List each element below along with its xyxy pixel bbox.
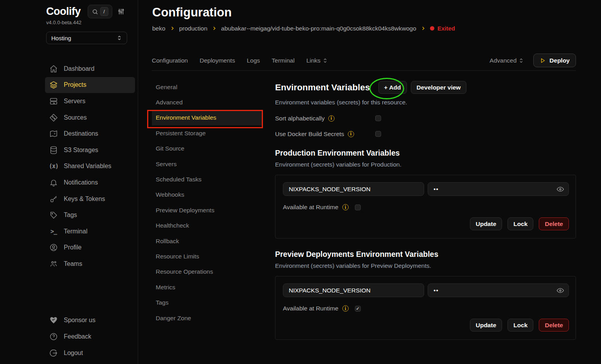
variable-name-input[interactable] bbox=[283, 283, 424, 297]
variable-name-input[interactable] bbox=[283, 182, 424, 196]
sort-alphabetically-row: Sort alphabetically bbox=[275, 115, 576, 122]
subnav-servers[interactable]: Servers bbox=[152, 156, 263, 172]
update-button[interactable]: Update bbox=[470, 319, 502, 332]
bell-icon bbox=[49, 178, 58, 187]
subnav-git-source[interactable]: Git Source bbox=[152, 141, 263, 156]
add-variable-button[interactable]: + Add bbox=[378, 81, 407, 94]
docker-build-secrets-label: Use Docker Build Secrets bbox=[275, 131, 344, 138]
breadcrumb-resource[interactable]: abubakar--meigag/vid-tube-beko-pro:main-… bbox=[221, 25, 416, 32]
sidebar-item-shared-variables[interactable]: (x) Shared Variables bbox=[45, 158, 135, 175]
lock-button[interactable]: Lock bbox=[507, 217, 533, 230]
subnav-environment-variables[interactable]: Environment Variables bbox=[152, 110, 263, 126]
available-at-runtime-checkbox[interactable] bbox=[355, 306, 361, 312]
map-icon bbox=[49, 129, 58, 138]
home-icon bbox=[49, 65, 58, 73]
sidebar-item-servers[interactable]: Servers bbox=[45, 93, 135, 109]
subnav-resource-limits[interactable]: Resource Limits bbox=[152, 249, 263, 264]
section-subtitle: Environment variables (secrets) for this… bbox=[275, 99, 576, 106]
info-icon[interactable] bbox=[342, 305, 349, 312]
terminal-icon: >_ bbox=[49, 227, 58, 236]
sidebar-item-tags[interactable]: Tags bbox=[45, 207, 135, 223]
advanced-dropdown[interactable]: Advanced bbox=[489, 57, 524, 64]
layers-icon bbox=[49, 81, 58, 89]
sidebar-item-terminal[interactable]: >_ Terminal bbox=[45, 223, 135, 240]
preview-variable-card: Available at Runtime Update Lock Delete bbox=[275, 276, 576, 340]
subnav-resource-operations[interactable]: Resource Operations bbox=[152, 264, 263, 280]
deploy-button[interactable]: Deploy bbox=[533, 54, 576, 67]
search-button[interactable]: / bbox=[88, 5, 112, 18]
production-section-title: Production Environment Variables bbox=[275, 149, 576, 158]
breadcrumb: beko production abubakar--meigag/vid-tub… bbox=[152, 24, 455, 32]
info-icon[interactable] bbox=[328, 115, 335, 122]
server-icon bbox=[49, 97, 58, 106]
reveal-value-eye-icon[interactable] bbox=[556, 287, 564, 294]
chevron-updown-icon bbox=[518, 58, 524, 63]
subnav-preview-deployments[interactable]: Preview Deployments bbox=[152, 203, 263, 218]
subnav-webhooks[interactable]: Webhooks bbox=[152, 187, 263, 203]
subnav-metrics[interactable]: Metrics bbox=[152, 280, 263, 295]
update-button[interactable]: Update bbox=[470, 217, 502, 230]
tab-configuration[interactable]: Configuration bbox=[152, 57, 188, 64]
user-circle-icon bbox=[49, 243, 58, 252]
production-section-subtitle: Environment (secrets) variables for Prod… bbox=[275, 161, 576, 168]
sidebar-item-feedback[interactable]: Feedback bbox=[45, 328, 135, 345]
status-badge: Exited bbox=[430, 25, 455, 32]
sidebar-item-keys-tokens[interactable]: Keys & Tokens bbox=[45, 191, 135, 207]
users-icon bbox=[49, 260, 58, 268]
developer-view-button[interactable]: Developer view bbox=[411, 81, 467, 94]
config-subnav: General Advanced Environment Variables P… bbox=[152, 79, 263, 326]
breadcrumb-environment[interactable]: production bbox=[179, 25, 207, 32]
team-select[interactable]: Hosting bbox=[46, 32, 127, 44]
subnav-tags[interactable]: Tags bbox=[152, 295, 263, 310]
sidebar-item-s3-storages[interactable]: S3 Storages bbox=[45, 142, 135, 158]
chevron-updown-icon bbox=[117, 35, 122, 41]
tab-links[interactable]: Links bbox=[306, 57, 328, 64]
sidebar-item-dashboard[interactable]: Dashboard bbox=[45, 61, 135, 77]
app-version: v4.0.0-beta.442 bbox=[46, 20, 135, 25]
chevron-updown-icon bbox=[322, 58, 328, 63]
sidebar-item-teams[interactable]: Teams bbox=[45, 256, 135, 272]
tab-bar: Configuration Deployments Logs Terminal … bbox=[152, 50, 576, 71]
chevron-right-icon bbox=[421, 26, 426, 31]
delete-button[interactable]: Delete bbox=[539, 217, 569, 230]
tab-deployments[interactable]: Deployments bbox=[200, 57, 235, 64]
docker-build-secrets-checkbox[interactable] bbox=[375, 131, 381, 137]
sidebar-item-sponsor-us[interactable]: Sponsor us bbox=[45, 312, 135, 328]
subnav-scheduled-tasks[interactable]: Scheduled Tasks bbox=[152, 172, 263, 187]
subnav-advanced[interactable]: Advanced bbox=[152, 95, 263, 110]
subnav-general[interactable]: General bbox=[152, 79, 263, 95]
app-logo: Coolify bbox=[46, 5, 81, 18]
sidebar-footer: Sponsor us Feedback Logout bbox=[45, 312, 135, 361]
sidebar-item-profile[interactable]: Profile bbox=[45, 240, 135, 256]
subnav-persistent-storage[interactable]: Persistent Storage bbox=[152, 126, 263, 141]
delete-button[interactable]: Delete bbox=[539, 319, 569, 332]
tab-logs[interactable]: Logs bbox=[247, 57, 260, 64]
sidebar-item-logout[interactable]: Logout bbox=[45, 345, 135, 361]
available-at-runtime-checkbox[interactable] bbox=[355, 204, 361, 210]
git-source-icon bbox=[49, 113, 58, 122]
settings-sliders-icon[interactable] bbox=[117, 8, 125, 15]
chevron-right-icon bbox=[212, 26, 217, 31]
sidebar-item-destinations[interactable]: Destinations bbox=[45, 126, 135, 142]
sidebar-item-sources[interactable]: Sources bbox=[45, 109, 135, 126]
subnav-danger-zone[interactable]: Danger Zone bbox=[152, 310, 263, 326]
sort-alphabetically-checkbox[interactable] bbox=[375, 115, 381, 121]
chevron-right-icon bbox=[170, 26, 175, 31]
logout-icon bbox=[49, 349, 58, 357]
lock-button[interactable]: Lock bbox=[507, 319, 533, 332]
breadcrumb-team[interactable]: beko bbox=[152, 25, 166, 32]
sidebar-item-notifications[interactable]: Notifications bbox=[45, 174, 135, 191]
info-icon[interactable] bbox=[348, 131, 354, 137]
docker-build-secrets-row: Use Docker Build Secrets bbox=[275, 131, 576, 137]
production-variable-card: Available at Runtime Update Lock Delete bbox=[275, 175, 576, 238]
sidebar-item-projects[interactable]: Projects bbox=[45, 77, 135, 93]
tab-terminal[interactable]: Terminal bbox=[272, 57, 295, 64]
database-icon bbox=[49, 146, 58, 154]
subnav-rollback[interactable]: Rollback bbox=[152, 233, 263, 249]
subnav-healthcheck[interactable]: Healthcheck bbox=[152, 218, 263, 233]
reveal-value-eye-icon[interactable] bbox=[556, 185, 564, 193]
info-icon[interactable] bbox=[342, 204, 349, 210]
variable-value-input[interactable] bbox=[428, 182, 569, 196]
variable-value-input[interactable] bbox=[428, 283, 569, 297]
play-icon bbox=[540, 57, 546, 64]
